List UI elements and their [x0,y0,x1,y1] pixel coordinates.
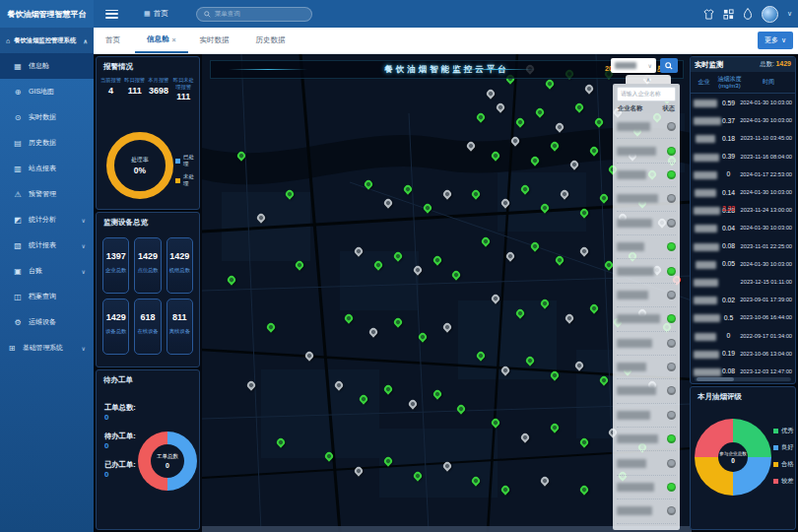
company-row[interactable] [617,115,676,139]
map-pin[interactable] [432,255,442,266]
sidebar-item[interactable]: ◫ 档案查询 [0,284,94,309]
chevron-down-icon[interactable]: ∨ [787,10,792,18]
map-pin[interactable] [529,240,540,251]
map-pin[interactable] [524,356,535,366]
sidebar-item[interactable]: ▦ 信息舱 [0,53,94,79]
company-row[interactable] [617,259,676,283]
map-pin[interactable] [392,250,403,261]
map-pin[interactable] [451,269,462,280]
map-pin[interactable] [578,436,589,447]
user-avatar[interactable] [762,6,778,23]
company-row[interactable] [617,307,676,331]
map-pin[interactable] [583,83,594,94]
map-pin[interactable] [412,264,423,275]
map-pin[interactable] [372,260,383,271]
page-tab[interactable]: 信息舱 × [135,28,188,53]
map-pin[interactable] [275,436,286,447]
company-row[interactable] [617,451,676,475]
map-pin[interactable] [491,150,501,161]
page-tab[interactable]: 首页 [94,28,135,53]
map-pin[interactable] [304,351,315,362]
map-pin[interactable] [549,140,560,151]
map-pin[interactable] [549,422,560,432]
realtime-row[interactable]: 0.02 2023-09-01 17:39:00 [691,291,795,308]
map-pin[interactable] [539,298,550,308]
map-pin[interactable] [412,470,423,481]
company-row[interactable] [617,284,676,307]
map-pin[interactable] [333,379,344,390]
map-pin[interactable] [466,140,477,151]
realtime-row[interactable]: 0.18 2023-11-10 03:45:00 [691,129,795,147]
map-pin[interactable] [539,202,550,213]
map-pin[interactable] [456,403,467,414]
map-pin[interactable] [358,393,368,404]
company-row[interactable] [617,379,676,403]
map-pin[interactable] [573,102,584,113]
map-pin[interactable] [476,111,487,122]
map-pin[interactable] [382,198,393,209]
realtime-row[interactable]: 0.37 2024-01-30 10:03:00 [691,111,795,129]
map-pin[interactable] [471,475,482,486]
company-row[interactable] [617,404,676,428]
company-row[interactable] [617,428,676,451]
company-row[interactable] [617,164,676,187]
map-pin[interactable] [559,188,569,199]
stat-card[interactable]: 1429 点位总数 [134,237,161,294]
map-pin[interactable] [363,178,373,189]
sidebar-item[interactable]: ⊙ 实时数据 [0,104,94,130]
map-pin[interactable] [519,183,530,194]
page-tab[interactable]: 历史数据 [244,28,300,53]
map-pin[interactable] [422,202,432,213]
map-pin[interactable] [578,485,589,496]
sidebar-item[interactable]: ⊕ GIS地图 [0,79,94,104]
realtime-row[interactable]: 0.14 2024-01-30 10:03:00 [691,183,795,201]
map-pin[interactable] [514,116,525,127]
map-pin[interactable] [564,312,574,323]
company-row[interactable] [617,212,676,235]
theme-icon[interactable] [703,9,714,20]
menu-search-input[interactable]: 菜单查询 [196,7,312,22]
stat-card[interactable]: 1429 机组总数 [166,237,193,294]
realtime-row[interactable]: 0.39 2023-11-16 08:04:00 [691,148,795,166]
map-pin[interactable] [499,198,510,209]
sidebar-item[interactable]: ⚠ 预警管理 [0,181,94,207]
map-pin[interactable] [353,245,364,256]
map-pin[interactable] [588,302,599,313]
map-pin[interactable] [578,245,589,256]
realtime-row[interactable]: 0.19 2023-10-06 13:04:00 [691,345,795,363]
map-pin[interactable] [509,135,520,146]
company-row[interactable] [617,356,676,379]
map-pin[interactable] [504,250,515,261]
hamburger-menu-icon[interactable] [105,10,118,19]
company-select-dropdown[interactable]: ∨ [611,58,656,73]
map-pin[interactable] [324,451,335,462]
map-pin[interactable] [529,155,540,166]
map-pin[interactable] [544,78,555,89]
realtime-row[interactable]: 0.05 2024-01-30 10:03:00 [691,255,795,273]
map-pin[interactable] [514,307,525,318]
map-pin[interactable] [382,455,393,466]
map-pin[interactable] [235,150,246,161]
map-pin[interactable] [598,374,609,385]
map-pin[interactable] [471,188,482,199]
realtime-row[interactable]: 0.5 2023-10-06 16:44:00 [691,308,795,326]
map-pin[interactable] [441,322,452,333]
company-row[interactable] [617,187,676,211]
realtime-row[interactable]: 0.08 2023-11-01 22:25:00 [691,237,795,255]
map-pin[interactable] [491,418,501,429]
map-pin[interactable] [295,260,305,271]
stat-card[interactable]: 618 在线设备 [134,299,161,355]
realtime-row[interactable]: 0.04 2024-01-30 10:03:00 [691,219,795,236]
realtime-row[interactable]: 2.22 2023-12-15 01:11:00 [691,273,795,291]
map-pin[interactable] [265,322,276,333]
company-row[interactable] [617,499,676,523]
map-pin[interactable] [476,351,487,362]
fullscreen-icon[interactable] [723,9,734,20]
sidebar-item[interactable]: ▧ 统计报表 ∨ [0,233,94,258]
tab-close-icon[interactable]: × [172,36,176,43]
nav-home[interactable]: ▦ 首页 [144,9,168,19]
map-pin[interactable] [481,235,492,246]
map-pin[interactable] [285,188,296,199]
sidebar-system-header[interactable]: ⌂ 餐饮油烟监控管理系统 ∧ [0,28,94,53]
company-row[interactable] [617,476,676,499]
